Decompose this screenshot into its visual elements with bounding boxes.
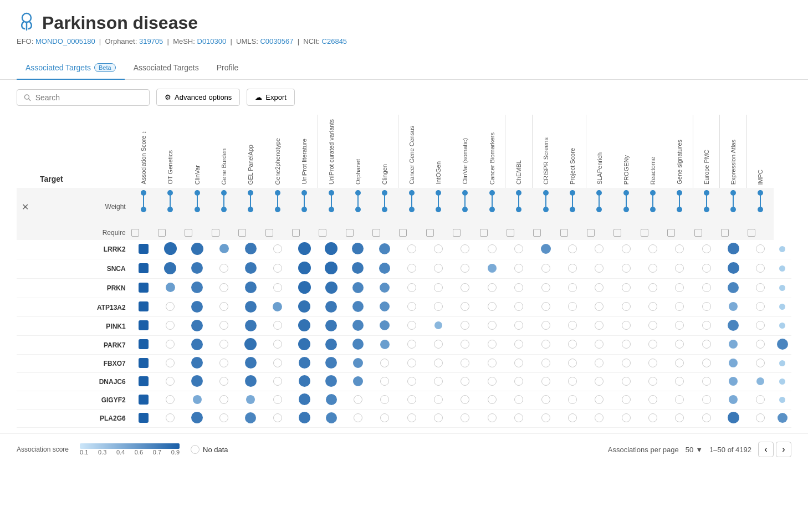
slider-intogen[interactable] [426,190,451,223]
slider-uniprot-lit[interactable] [292,190,316,223]
require-checkbox-project-score[interactable] [560,229,568,237]
slider-assoc-score[interactable] [131,190,156,223]
target-name-PLA2G6[interactable]: PLA2G6 [33,410,130,428]
require-checkbox-orphanet[interactable] [346,229,354,237]
target-name-LRRK2[interactable]: LRRK2 [33,240,130,259]
slider-progeny[interactable] [613,190,638,223]
require-empty-1 [17,226,33,240]
slider-clinvar[interactable] [185,190,209,223]
wr-uniprot-curated [318,188,344,226]
require-checkbox-expression-atlas[interactable] [721,229,729,237]
page-nav: ‹ › [758,442,791,457]
orphanet-link[interactable]: 319705 [139,37,163,45]
target-name-ATP13A2[interactable]: ATP13A2 [33,298,130,317]
slider-uniprot-curated[interactable] [319,190,343,223]
require-checkbox-gene-burden[interactable] [212,229,219,237]
require-checkbox-intogen[interactable] [426,229,434,237]
require-checkbox-progeny[interactable] [613,229,621,237]
mesh-link[interactable]: D010300 [197,37,227,45]
col-gene2phenotype: Gene2phenotype [264,115,291,188]
slider-cancer-biomarkers[interactable] [480,190,504,223]
page-range: 1–50 of 4192 [709,446,751,454]
efo-link[interactable]: MONDO_0005180 [35,37,95,45]
require-checkbox-slapanrich[interactable] [587,229,595,237]
slider-gel-panelapp[interactable] [238,190,263,223]
req-uniprot-lit [291,226,318,240]
require-checkbox-gene2phenotype[interactable] [265,229,273,237]
require-checkbox-gene-signatures[interactable] [667,229,675,237]
bubble-SNCA-14 [532,259,559,279]
require-checkbox-clinvar[interactable] [185,229,192,237]
target-name-DNAJC6[interactable]: DNAJC6 [33,373,130,391]
wr-europe-pmc [693,188,720,226]
require-checkbox-impc[interactable] [748,229,755,237]
req-orphanet [345,226,371,240]
require-checkbox-clingen[interactable] [372,229,380,237]
target-name-PARK7[interactable]: PARK7 [33,336,130,355]
umls-link[interactable]: C0030567 [260,37,293,45]
require-checkbox-crispr-screens[interactable] [533,229,541,237]
slider-clinvar-somatic[interactable] [453,190,477,223]
slider-crispr-screens[interactable] [533,190,558,223]
target-name-PRKN[interactable]: PRKN [33,279,130,298]
target-name-GIGYF2[interactable]: GIGYF2 [33,391,130,410]
require-checkbox-ot-genetics[interactable] [158,229,166,237]
bubble-PINK1-16 [586,317,612,336]
slider-chembl[interactable] [507,190,531,223]
slider-handle-bottom[interactable] [141,207,146,212]
bubble-FBXO7-2 [211,355,237,373]
legend-scale-bar [80,443,180,449]
bubble-LRRK2-19 [666,240,693,259]
slider-impc[interactable] [748,190,772,223]
slider-gene-burden[interactable] [212,190,236,223]
export-button[interactable]: ☁ Export [247,89,295,106]
require-checkbox-chembl[interactable] [507,229,514,237]
require-checkbox-uniprot-curated[interactable] [319,229,326,237]
slider-gene2phenotype[interactable] [265,190,290,223]
slider-reactome[interactable] [641,190,665,223]
require-checkbox-gel-panelapp[interactable] [238,229,246,237]
tab-profile[interactable]: Profile [208,57,248,80]
next-page-button[interactable]: › [776,442,791,457]
slider-expression-atlas[interactable] [721,190,745,223]
slider-handle-top[interactable] [141,190,146,196]
require-checkbox-europe-pmc[interactable] [694,229,702,237]
advanced-options-button[interactable]: ⚙ Advanced options [156,89,240,106]
require-checkbox-cancer-biomarkers[interactable] [480,229,488,237]
slider-orphanet[interactable] [346,190,370,223]
ncit-link[interactable]: C26845 [322,37,347,45]
bubble-SNCA-6 [318,259,344,279]
close-cell[interactable]: ✕ [17,188,33,226]
require-checkbox-assoc-score[interactable] [131,229,139,237]
bubble-PARK7-18 [640,336,666,355]
row-empty-5 [17,336,33,355]
bubble-PRKN-1 [183,279,210,298]
slider-gene-signatures[interactable] [667,190,692,223]
slider-cancer-gene-census[interactable] [399,190,423,223]
row-empty-2 [17,279,33,298]
slider-ot-genetics[interactable] [158,190,182,223]
require-checkbox-uniprot-lit[interactable] [292,229,300,237]
target-name-PINK1[interactable]: PINK1 [33,317,130,336]
require-checkbox-clinvar-somatic[interactable] [453,229,461,237]
require-checkbox-cancer-gene-census[interactable] [399,229,407,237]
require-checkbox-reactome[interactable] [641,229,648,237]
target-name-SNCA[interactable]: SNCA [33,259,130,279]
bubble-FBXO7-4 [264,355,291,373]
bubble-PLA2G6-13 [505,410,532,428]
tab-assoc-beta-label: Associated Targets [25,63,91,72]
bubble-LRRK2-14 [532,240,559,259]
prev-page-button[interactable]: ‹ [758,442,774,457]
slider-clingen[interactable] [372,190,397,223]
slider-europe-pmc[interactable] [694,190,719,223]
slider-slapanrich[interactable] [587,190,611,223]
target-name-FBXO7[interactable]: FBXO7 [33,355,130,373]
tab-assoc-beta[interactable]: Associated Targets Beta [17,57,125,80]
tab-assoc[interactable]: Associated Targets [125,57,208,80]
bubble-FBXO7-22 [746,355,773,373]
per-page-select[interactable]: 50 ▼ [686,446,703,454]
search-input[interactable] [35,93,142,102]
slider-project-score[interactable] [560,190,585,223]
bubble-PARK7-12 [479,336,505,355]
wr-cancer-biomarkers [479,188,505,226]
